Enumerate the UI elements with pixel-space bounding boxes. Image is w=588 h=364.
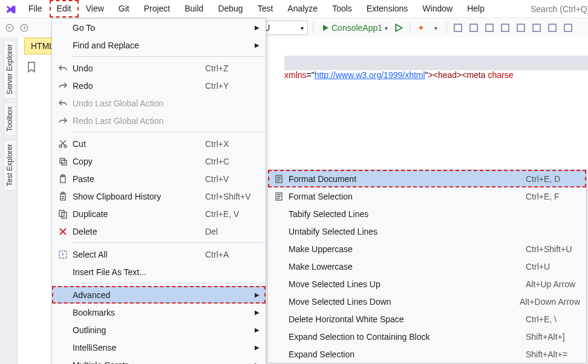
menu-item-insert-file-as-text-[interactable]: Insert File As Text...	[52, 263, 266, 281]
stack-icon[interactable]	[483, 22, 495, 34]
ruler-icon[interactable]	[531, 22, 543, 34]
menu-debug[interactable]: Debug	[211, 0, 250, 18]
svg-point-11	[64, 145, 67, 148]
bookmark-icon[interactable]	[27, 62, 36, 73]
menu-item-label: Paste	[70, 174, 205, 184]
svg-rect-6	[517, 24, 524, 31]
menu-item-untabify-selected-lines[interactable]: Untabify Selected Lines	[268, 223, 586, 240]
forward-button[interactable]	[18, 22, 30, 34]
menu-test[interactable]: Test	[250, 0, 281, 18]
cut-icon	[56, 139, 70, 149]
menu-item-advanced[interactable]: Advanced▶	[52, 286, 266, 304]
play-outline-icon[interactable]	[393, 22, 405, 34]
menu-item-intellisense[interactable]: IntelliSense▶	[52, 339, 266, 356]
menu-file[interactable]: File	[21, 0, 50, 18]
menu-item-label: Cut	[70, 139, 205, 149]
menu-item-expand-selection[interactable]: Expand SelectionShift+Alt+=	[268, 345, 586, 363]
menu-project[interactable]: Project	[137, 0, 178, 18]
menu-item-shortcut: Ctrl+E, V	[205, 209, 260, 219]
menu-item-go-to[interactable]: Go To▶	[52, 19, 266, 36]
align-left-icon[interactable]	[515, 22, 527, 34]
menu-item-label: Show Clipboard History	[70, 192, 205, 201]
search-input[interactable]	[531, 4, 588, 14]
menu-help[interactable]: Help	[460, 0, 492, 18]
menu-item-format-selection[interactable]: Format SelectionCtrl+E, F	[268, 187, 586, 205]
menu-item-expand-selection-to-containing-block[interactable]: Expand Selection to Containing BlockShif…	[268, 328, 586, 345]
doc-icon	[272, 174, 286, 184]
menu-item-shortcut: Ctrl+E, F	[526, 192, 580, 201]
paste-icon	[56, 174, 70, 184]
menu-item-shortcut: Ctrl+Z	[205, 63, 260, 73]
redo-icon	[56, 116, 70, 126]
menu-item-delete[interactable]: DeleteDel	[52, 223, 266, 240]
menu-item-find-and-replace[interactable]: Find and Replace▶	[52, 36, 266, 54]
chevron-down-icon[interactable]: ▾	[430, 22, 442, 34]
sidebar-tabs: Server ExplorerToolboxTest Explorer	[0, 37, 18, 364]
flame-icon[interactable]: ✦	[415, 22, 427, 34]
menu-item-format-document[interactable]: Format DocumentCtrl+E, D	[268, 170, 586, 187]
scissors-icon[interactable]	[546, 22, 558, 34]
toolbar-separator	[313, 22, 313, 34]
svg-rect-5	[501, 24, 509, 31]
doc-sel-icon	[272, 192, 286, 201]
grid-icon[interactable]	[562, 22, 574, 34]
menu-item-redo-last-global-action: Redo Last Global Action	[52, 112, 266, 129]
sidebar-tab-toolbox[interactable]: Toolbox	[4, 102, 15, 135]
menu-item-move-selected-lines-up[interactable]: Move Selected Lines UpAlt+Up Arrow	[268, 275, 586, 293]
menu-item-show-clipboard-history[interactable]: Show Clipboard HistoryCtrl+Shift+V	[52, 187, 266, 205]
menu-item-label: Make Uppercase	[286, 244, 526, 254]
menu-separator	[73, 283, 266, 284]
menu-item-shortcut: Ctrl+E, D	[526, 174, 580, 184]
sidebar-tab-test-explorer[interactable]: Test Explorer	[4, 140, 15, 190]
menu-item-select-all[interactable]: Select AllCtrl+A	[52, 245, 266, 263]
menu-item-redo[interactable]: RedoCtrl+Y	[52, 77, 266, 94]
menu-item-undo[interactable]: UndoCtrl+Z	[52, 59, 266, 77]
menu-item-tabify-selected-lines[interactable]: Tabify Selected Lines	[268, 205, 586, 223]
menu-separator	[73, 132, 266, 132]
menu-item-duplicate[interactable]: DuplicateCtrl+E, V	[52, 205, 266, 223]
menu-item-move-selected-lines-down[interactable]: Move Selected Lines DownAlt+Down Arrow	[268, 293, 586, 310]
menu-item-bookmarks[interactable]: Bookmarks▶	[52, 304, 266, 321]
menu-analyze[interactable]: Analyze	[280, 0, 325, 18]
menu-tools[interactable]: Tools	[325, 0, 359, 18]
menu-item-make-lowercase[interactable]: Make LowercaseCtrl+U	[268, 258, 586, 275]
menu-item-outlining[interactable]: Outlining▶	[52, 321, 266, 339]
menu-separator	[73, 242, 266, 243]
window-icon[interactable]	[499, 22, 511, 34]
menu-edit[interactable]: Edit	[50, 0, 79, 18]
vs-logo-icon	[0, 4, 21, 15]
menu-window[interactable]: Window	[415, 0, 460, 18]
menu-view[interactable]: View	[79, 0, 111, 18]
menu-build[interactable]: Build	[177, 0, 211, 18]
svg-rect-12	[60, 158, 65, 163]
menu-item-paste[interactable]: PasteCtrl+V	[52, 170, 266, 187]
menu-item-label: Format Selection	[286, 192, 526, 201]
menu-item-delete-horizontal-white-space[interactable]: Delete Horizontal White SpaceCtrl+E, \	[268, 310, 586, 328]
menu-git[interactable]: Git	[111, 0, 137, 18]
sidebar-tab-server-explorer[interactable]: Server Explorer	[4, 40, 15, 99]
run-button[interactable]: ConsoleApp1 ▾	[322, 23, 388, 33]
svg-rect-3	[470, 24, 477, 31]
menu-item-cut[interactable]: CutCtrl+X	[52, 135, 266, 152]
menu-item-make-uppercase[interactable]: Make UppercaseCtrl+Shift+U	[268, 240, 586, 258]
menu-item-label: Outlining	[70, 325, 260, 335]
menu-item-copy[interactable]: CopyCtrl+C	[52, 152, 266, 170]
delete-icon	[56, 227, 70, 236]
flame-icon[interactable]	[452, 22, 464, 34]
search-box[interactable]	[524, 0, 588, 18]
menu-item-label: Undo Last Global Action	[70, 99, 260, 108]
back-button[interactable]	[4, 22, 16, 34]
menu-item-label: IntelliSense	[70, 343, 260, 353]
menu-item-multiple-carets[interactable]: Multiple Carets▶	[52, 356, 266, 364]
breadcrumb-strip	[284, 56, 588, 70]
menu-item-shortcut: Shift+Alt+]	[526, 332, 580, 342]
redo-icon	[56, 81, 70, 91]
package-icon[interactable]	[468, 22, 480, 34]
menu-item-label: Find and Replace	[70, 41, 260, 50]
submenu-arrow-icon: ▶	[255, 327, 260, 333]
svg-rect-9	[564, 24, 572, 31]
menu-item-label: Tabify Selected Lines	[286, 209, 580, 219]
menu-item-shortcut: Ctrl+Y	[205, 81, 260, 91]
toolbar-separator	[410, 22, 410, 34]
menu-extensions[interactable]: Extensions	[359, 0, 415, 18]
